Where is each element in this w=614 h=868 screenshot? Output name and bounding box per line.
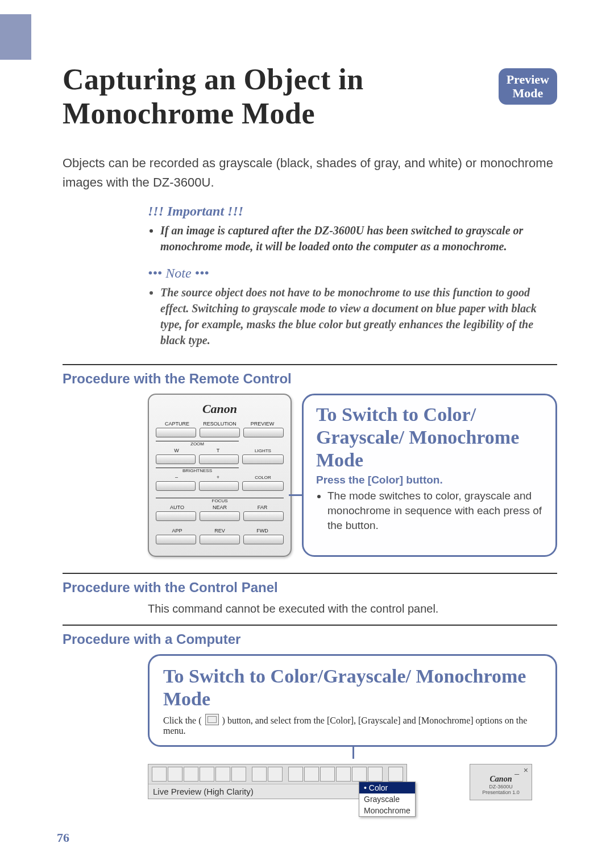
toolbar-icon (304, 767, 319, 782)
sidepanel-app: Presentation 1.0 (474, 790, 528, 795)
remote-label-auto: AUTO (156, 505, 198, 510)
remote-label-app: APP (156, 528, 198, 534)
toolbar-icon (388, 767, 403, 782)
mode-badge: Preview Mode (499, 68, 557, 105)
important-bullet: If an image is captured after the DZ-360… (160, 222, 540, 254)
dropdown-option-grayscale: Grayscale (359, 793, 415, 805)
remote-zoom-group-label: ZOOM (190, 441, 204, 447)
proc-panel-text: This command cannot be executed with the… (148, 602, 557, 615)
toolbar-icon (252, 767, 267, 782)
note-bullet: The source object does not have to be mo… (160, 284, 540, 348)
remote-brand: Canon (156, 402, 284, 416)
toolbar-icon (288, 767, 303, 782)
remote-btn-rev (200, 535, 240, 544)
remote-callout-title: To Switch to Color/ Grayscale/ Monochrom… (316, 403, 543, 472)
badge-line1: Preview (507, 72, 549, 86)
remote-label-rev: REV (198, 528, 241, 534)
toolbar-icon (368, 767, 383, 782)
remote-callout-sub: Press the [Color] button. (316, 474, 543, 486)
toolbar-icon (184, 767, 198, 782)
sidepanel-model: DZ-3600U (474, 784, 528, 790)
page-title: Capturing an Object in Monochrome Mode (63, 63, 460, 131)
remote-label-far: FAR (241, 505, 284, 510)
toolbar-color-mode-icon (352, 767, 367, 782)
remote-btn-fwd (243, 535, 284, 544)
remote-btn-app (156, 535, 196, 544)
divider (63, 364, 557, 365)
toolbar-icon (231, 767, 246, 782)
remote-label-zoom-t: T (197, 448, 239, 453)
page-number: 76 (57, 830, 69, 845)
intro-paragraph: Objects can be recorded as grayscale (bl… (63, 154, 557, 192)
remote-label-near: NEAR (198, 505, 241, 510)
software-side-panel: _ × Canon DZ-3600U Presentation 1.0 (470, 764, 532, 800)
computer-callout-title: To Switch to Color/Grayscale/ Monochrome… (163, 665, 542, 710)
computer-callout: To Switch to Color/Grayscale/ Monochrome… (148, 654, 557, 747)
remote-btn-near (200, 511, 240, 521)
software-toolbar: Live Preview (High Clarity) • Color Gray… (148, 764, 407, 799)
divider (63, 573, 557, 574)
remote-label-lights: LIGHTS (242, 448, 284, 453)
side-color-tab (0, 14, 31, 60)
remote-btn-brightness-up (199, 481, 239, 491)
remote-label-brightness-up: + (197, 474, 239, 480)
remote-label-resolution: RESOLUTION (198, 421, 241, 427)
remote-label-color: COLOR (242, 475, 284, 480)
remote-btn-resolution (200, 428, 240, 437)
remote-callout: To Switch to Color/ Grayscale/ Monochrom… (302, 394, 557, 557)
dropdown-option-color: • Color (359, 782, 415, 793)
remote-control-image: Canon CAPTURE RESOLUTION PREVIEW ZOOM WT… (148, 394, 292, 557)
toolbar-screenshot: Live Preview (High Clarity) • Color Gray… (148, 764, 557, 800)
remote-btn-lights (242, 454, 284, 464)
remote-label-capture: CAPTURE (156, 421, 198, 427)
remote-btn-zoom-t (199, 454, 239, 464)
remote-btn-capture (156, 428, 196, 437)
remote-btn-auto (156, 511, 196, 521)
remote-btn-color (242, 481, 284, 491)
proc-remote-heading: Procedure with the Remote Control (63, 371, 557, 387)
remote-focus-group-label: FOCUS (212, 498, 228, 503)
remote-brightness-group-label: BRIGHTNESS (182, 468, 212, 473)
remote-label-preview: PREVIEW (241, 421, 284, 427)
toolbar-icon (168, 767, 182, 782)
remote-label-brightness-down: – (156, 474, 197, 480)
remote-callout-bullet: The mode switches to color, grayscale an… (327, 489, 543, 533)
remote-btn-far (243, 511, 284, 521)
remote-row: Canon CAPTURE RESOLUTION PREVIEW ZOOM WT… (148, 394, 557, 557)
toolbar-icon (152, 767, 167, 782)
manual-page: Preview Mode Capturing an Object in Mono… (0, 0, 614, 868)
toolbar-icon (320, 767, 335, 782)
sidepanel-brand: Canon (474, 775, 528, 784)
color-mode-icon (205, 714, 219, 725)
proc-computer-heading: Procedure with a Computer (63, 631, 557, 647)
remote-btn-zoom-w (156, 454, 196, 464)
dropdown-option-monochrome: Monochrome (359, 805, 415, 816)
toolbar-icon (200, 767, 214, 782)
computer-callout-line1a: Click the ( (163, 716, 204, 725)
toolbar-icon (336, 767, 351, 782)
remote-btn-brightness-down (156, 481, 196, 491)
divider (63, 625, 557, 626)
toolbar-icons (148, 764, 406, 784)
toolbar-icon (268, 767, 283, 782)
remote-label-fwd: FWD (241, 528, 284, 534)
remote-btn-preview (243, 428, 284, 437)
window-controls-icon: _ × (515, 766, 529, 775)
important-block: !!! Important !!! If an image is capture… (148, 204, 540, 348)
remote-label-zoom-w: W (156, 448, 197, 453)
computer-callout-instruction: Click the ( ) button, and select from th… (163, 714, 542, 736)
badge-line2: Mode (512, 86, 543, 100)
color-mode-dropdown: • Color Grayscale Monochrome (359, 782, 416, 817)
proc-panel-heading: Procedure with the Control Panel (63, 580, 557, 596)
important-heading: !!! Important !!! (148, 204, 540, 219)
note-heading: ••• Note ••• (148, 266, 540, 281)
toolbar-icon (215, 767, 230, 782)
